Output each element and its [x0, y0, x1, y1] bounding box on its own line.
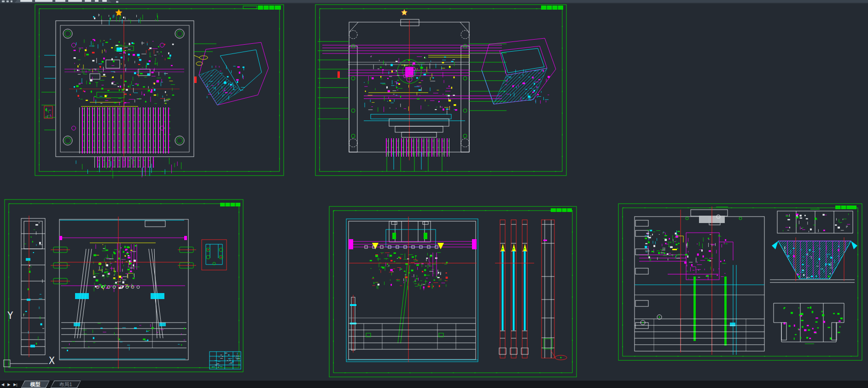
detail-view-box [202, 240, 227, 270]
tab-prev-icon[interactable]: ◀ [1, 382, 4, 387]
main-section-view [635, 206, 764, 355]
drawing-sheet-3[interactable] [5, 200, 243, 372]
north-marker-icon [401, 9, 407, 15]
layout-tab-bar: ◀ ▶ ▶| 模型 布局1 [0, 381, 868, 388]
drawing-sheet-1[interactable] [35, 5, 284, 178]
drawing-sheet-4[interactable] [329, 206, 577, 377]
cad-application-window: Y X ◀ ▶ ▶| 模型 布局1 [0, 0, 868, 388]
drawing-sheet-5[interactable] [618, 204, 862, 360]
tab-model-label: 模型 [22, 381, 49, 388]
drawing-file-tabbar[interactable] [0, 0, 868, 4]
plate-hole-pattern-view [774, 303, 844, 344]
sheet1-title-block [258, 6, 281, 10]
tab-overflow-icon[interactable] [11, 0, 12, 2]
side-view [21, 216, 45, 357]
sheet3-title-block [210, 352, 241, 369]
tab-layout1-label: 布局1 [51, 381, 81, 388]
tab-last-icon[interactable]: ▶| [13, 382, 17, 387]
tab-overflow-icon[interactable] [6, 0, 9, 2]
main-section-view [346, 217, 478, 362]
sheet5-title-mark [835, 206, 856, 209]
tab-model[interactable]: 模型 [21, 381, 50, 388]
part-cross-section-view [770, 237, 857, 282]
drawing-sheet-2[interactable] [315, 5, 566, 176]
ejector-pin-details [495, 220, 567, 360]
leader-lines [44, 55, 56, 78]
parts-strip-view [777, 209, 853, 233]
north-marker-icon [116, 9, 122, 16]
layout-tab-nav: ◀ ▶ ▶| [0, 381, 20, 388]
tab-next-icon[interactable]: ▶ [7, 382, 10, 387]
ucs-y-label: Y [7, 310, 13, 321]
tab-overflow-icon[interactable] [2, 0, 5, 2]
sheet4-title-mark [551, 208, 572, 212]
model-space-canvas[interactable]: Y X [0, 4, 868, 381]
tab-layout1[interactable]: 布局1 [51, 381, 81, 388]
main-section-view [51, 217, 196, 369]
ucs-icon: Y X [4, 310, 55, 367]
ucs-x-label: X [49, 355, 55, 366]
